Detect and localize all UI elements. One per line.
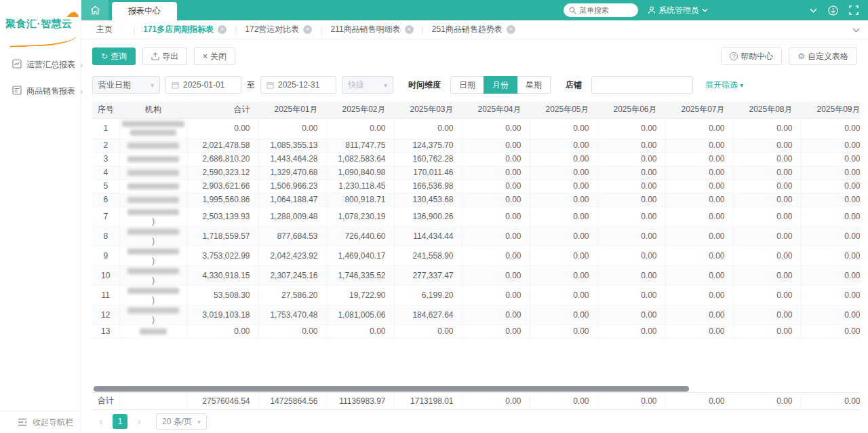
table-row-8[interactable]: 8)1,718,559.57877,684.53726,440.60114,43… xyxy=(92,226,860,246)
col-header-9: 2025年06月 xyxy=(597,102,665,118)
shop-input[interactable] xyxy=(591,76,693,94)
horizontal-scrollbar-thumb[interactable] xyxy=(94,386,689,392)
prev-page-icon[interactable]: ‹ xyxy=(95,416,107,427)
sidebar-item-2[interactable]: 商品销售报表› xyxy=(0,78,81,105)
logo-swoosh xyxy=(9,35,77,47)
tab-close-icon[interactable]: × xyxy=(507,25,515,34)
table-row-4[interactable]: 42,590,323.121,329,470.681,090,840.98170… xyxy=(92,166,860,179)
cell-value-6: 0.00 xyxy=(530,285,597,305)
cell-value-3: 19,722.90 xyxy=(326,285,394,305)
cell-value-3: 1,082,583.64 xyxy=(326,152,394,166)
date-to-label: 至 xyxy=(247,79,255,91)
table-row-10[interactable]: 10)4,330,918.152,307,245.161,746,335.522… xyxy=(92,265,860,285)
cell-value-10: 0.00 xyxy=(801,179,860,193)
redacted-org-name xyxy=(140,328,167,335)
tab-report-2[interactable]: 172营运对比表× xyxy=(245,24,312,35)
cell-value-9: 0.00 xyxy=(733,285,801,305)
download-icon[interactable] xyxy=(828,5,838,16)
question-icon: ? xyxy=(730,52,738,60)
table-row-5[interactable]: 52,903,621.661,506,966.231,230,118.45166… xyxy=(92,179,860,193)
col-header-5: 2025年02月 xyxy=(326,102,394,118)
tab-report-4[interactable]: 251商品销售趋势表× xyxy=(432,24,515,35)
cell-value-1: 4,330,918.15 xyxy=(187,265,258,285)
time-dim-星期[interactable]: 星期 xyxy=(517,76,551,94)
export-button[interactable]: 导出 xyxy=(142,48,187,65)
cloud-icon: ☁ xyxy=(66,5,79,19)
tab-separator: | xyxy=(235,25,237,35)
home-button[interactable] xyxy=(81,0,108,20)
redacted-org-name xyxy=(130,130,176,136)
table-row-6[interactable]: 61,995,560.861,064,188.47800,918.71130,4… xyxy=(92,193,860,206)
cell-value-2: 1,753,470.48 xyxy=(258,305,326,324)
redacted-org-name xyxy=(127,229,179,235)
quick-range-select[interactable]: 快捷▾ xyxy=(342,76,393,94)
table-row-9[interactable]: 9)3,753,022.992,042,423.921,469,040.1724… xyxy=(92,246,860,265)
collapse-topbar-icon[interactable] xyxy=(810,8,817,13)
user-name: 系统管理员 xyxy=(658,5,699,16)
time-dim-月份[interactable]: 月份 xyxy=(484,76,517,94)
time-dimension-segment: 日期月份星期 xyxy=(450,76,551,94)
table-row-7[interactable]: 7)2,503,139.931,288,009.481,078,230.1913… xyxy=(92,206,860,226)
date-from-input[interactable]: 2025-01-01 xyxy=(165,76,241,94)
sidebar-item-1[interactable]: 运营汇总报表› xyxy=(0,52,81,78)
date-to-input[interactable]: 2025-12-31 xyxy=(260,76,336,94)
totals-value-2: 14725864.56 xyxy=(258,393,326,410)
date-type-select[interactable]: 营业日期▾ xyxy=(92,76,160,94)
cell-value-8: 0.00 xyxy=(665,118,733,138)
query-button[interactable]: ↻ 查询 xyxy=(92,48,136,65)
page-number[interactable]: 1 xyxy=(113,414,127,429)
export-icon xyxy=(151,52,159,60)
collapse-nav-button[interactable]: 收起导航栏 xyxy=(0,411,81,433)
custom-table-button[interactable]: ⚙ 自定义表格 xyxy=(789,48,857,65)
cell-value-5: 0.00 xyxy=(462,193,530,206)
cell-value-6: 0.00 xyxy=(530,226,597,246)
cell-value-2: 1,443,464.28 xyxy=(258,152,326,166)
fullscreen-icon[interactable] xyxy=(849,5,859,15)
cell-value-3: 1,090,840.98 xyxy=(326,166,394,179)
next-page-icon[interactable]: › xyxy=(133,416,145,427)
cell-value-8: 0.00 xyxy=(665,265,733,285)
cell-value-1: 2,686,810.20 xyxy=(187,152,258,166)
time-dim-日期[interactable]: 日期 xyxy=(450,76,484,94)
cell-org xyxy=(119,193,187,206)
horizontal-scrollbar-track xyxy=(92,385,860,392)
cell-index: 3 xyxy=(92,152,119,166)
tab-close-icon[interactable]: × xyxy=(405,25,414,34)
cell-value-1: 1,995,560.86 xyxy=(187,193,258,206)
cell-value-9: 0.00 xyxy=(733,193,801,206)
cell-value-7: 0.00 xyxy=(597,206,665,226)
totals-row-wrap: 合计27576046.5414725864.5611136983.9717131… xyxy=(92,392,860,411)
chevron-down-icon: ▾ xyxy=(384,81,387,89)
tab-report-1[interactable]: 171多店周期指标表× xyxy=(143,24,226,35)
cell-value-7: 0.00 xyxy=(597,265,665,285)
col-header-10: 2025年07月 xyxy=(665,102,733,118)
close-button[interactable]: × 关闭 xyxy=(194,48,235,65)
table-row-12[interactable]: 12)3,019,103.181,753,470.481,081,005.061… xyxy=(92,305,860,324)
col-header-8: 2025年05月 xyxy=(530,102,597,118)
table-row-1[interactable]: 10.000.000.000.000.000.000.000.000.000.0… xyxy=(92,118,860,138)
brand-logo-text: 聚食汇·智慧云 xyxy=(5,18,73,29)
tab-close-icon[interactable]: × xyxy=(303,25,312,34)
table-row-3[interactable]: 32,686,810.201,443,464.281,082,583.64160… xyxy=(92,152,860,166)
help-center-button[interactable]: ? 帮助中心 xyxy=(721,48,782,65)
pagination: ‹ 1 › 20 条/页▾ xyxy=(92,410,868,433)
tab-report-3[interactable]: 211商品销售明细表× xyxy=(330,24,413,35)
page-size-select[interactable]: 20 条/页▾ xyxy=(156,413,207,430)
table-row-11[interactable]: 11)53,508.3027,586.2019,722.906,199.200.… xyxy=(92,285,860,305)
tabbar-chevron-icon[interactable] xyxy=(852,25,860,35)
menu-search-input[interactable] xyxy=(579,6,631,14)
module-tab-report-center[interactable]: 报表中心 xyxy=(112,2,177,20)
cell-value-3: 0.00 xyxy=(326,118,394,138)
cell-value-4: 124,375.70 xyxy=(394,138,462,152)
totals-value-8: 0.00 xyxy=(665,393,733,410)
tab-home[interactable]: 主页 xyxy=(96,24,113,35)
tab-close-icon[interactable]: × xyxy=(218,25,226,34)
table-row-2[interactable]: 22,021,478.581,085,355.13811,747.75124,3… xyxy=(92,138,860,152)
totals-table: 合计27576046.5414725864.5611136983.9717131… xyxy=(92,393,860,411)
user-menu[interactable]: 系统管理员 xyxy=(648,0,708,20)
expand-filter-link[interactable]: 展开筛选 ▾ xyxy=(705,79,743,91)
cell-value-2: 877,684.53 xyxy=(258,226,326,246)
cell-value-9: 0.00 xyxy=(733,246,801,265)
table-row-13[interactable]: 130.000.000.000.000.000.000.000.000.000.… xyxy=(92,324,860,338)
cell-value-8: 0.00 xyxy=(665,193,733,206)
